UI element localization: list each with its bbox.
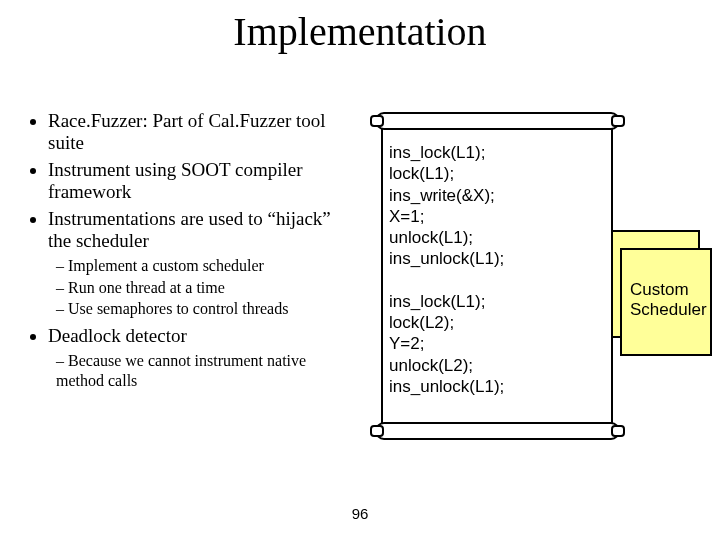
scroll-knob — [611, 115, 625, 127]
sub-bullet-item: Because we cannot instrument native meth… — [56, 351, 358, 390]
scroll-knob — [370, 425, 384, 437]
code-scroll: ins_lock(L1); lock(L1); ins_write(&X); X… — [375, 112, 620, 440]
bullet-item: Deadlock detector — [48, 325, 358, 347]
page-number: 96 — [0, 505, 720, 522]
sub-bullet-item: Implement a custom scheduler — [56, 256, 358, 276]
scroll-roll-bottom — [375, 422, 620, 440]
code-block: ins_lock(L1); lock(L1); ins_write(&X); X… — [389, 142, 504, 397]
scroll-knob — [611, 425, 625, 437]
body-text: Race.Fuzzer: Part of Cal.Fuzzer tool sui… — [28, 110, 358, 396]
scheduler-label-1: Custom — [630, 280, 704, 300]
slide-title: Implementation — [0, 0, 720, 55]
sub-bullet-item: Run one thread at a time — [56, 278, 358, 298]
scroll-knob — [370, 115, 384, 127]
slide: Implementation Race.Fuzzer: Part of Cal.… — [0, 0, 720, 540]
scroll-roll-top — [375, 112, 620, 130]
scheduler-label-2: Scheduler — [630, 300, 704, 320]
sub-bullet-item: Use semaphores to control threads — [56, 299, 358, 319]
bullet-item: Race.Fuzzer: Part of Cal.Fuzzer tool sui… — [48, 110, 358, 155]
bullet-item: Instrumentations are used to “hijack” th… — [48, 208, 358, 253]
bullet-item: Instrument using SOOT compiler framework — [48, 159, 358, 204]
scheduler-box: Custom Scheduler — [620, 248, 712, 356]
